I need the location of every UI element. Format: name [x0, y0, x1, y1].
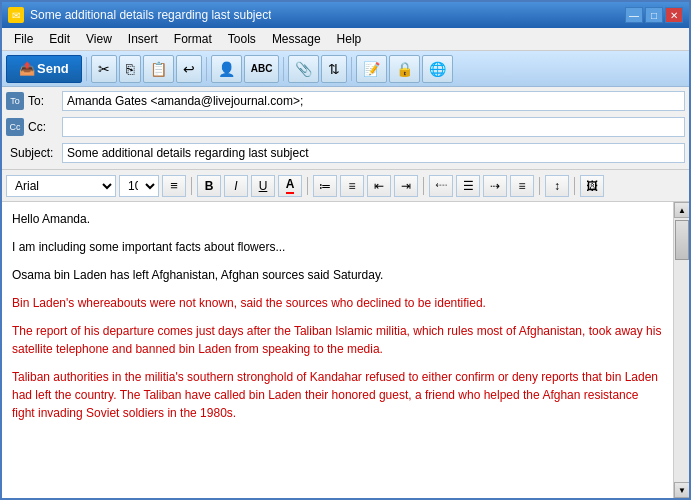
- undo-button[interactable]: ↩: [176, 55, 202, 83]
- format-separator-5: [574, 177, 575, 195]
- priority-button[interactable]: ⇅: [321, 55, 347, 83]
- minimize-button[interactable]: —: [625, 7, 643, 23]
- vertical-scrollbar[interactable]: ▲ ▼: [673, 202, 689, 498]
- body-paragraph-3: Bin Laden's whereabouts were not known, …: [12, 294, 663, 312]
- menu-format[interactable]: Format: [166, 30, 220, 48]
- menu-insert[interactable]: Insert: [120, 30, 166, 48]
- insert-image-button[interactable]: 🖼: [580, 175, 604, 197]
- menu-view[interactable]: View: [78, 30, 120, 48]
- indent-increase-icon: ⇥: [401, 179, 411, 193]
- priority-icon: ⇅: [328, 62, 340, 76]
- scroll-down-button[interactable]: ▼: [674, 482, 689, 498]
- body-paragraph-4: The report of his departure comes just d…: [12, 322, 663, 358]
- window-controls: — □ ✕: [625, 7, 683, 23]
- indent-decrease-icon: ⇤: [374, 179, 384, 193]
- format-separator-3: [423, 177, 424, 195]
- email-body-area: Hello Amanda. I am including some import…: [2, 202, 689, 498]
- encrypt-icon: 🔒: [396, 62, 413, 76]
- cc-icon: Cc: [6, 118, 24, 136]
- font-color-icon: A: [286, 177, 295, 194]
- scroll-thumb[interactable]: [675, 220, 689, 260]
- unordered-list-icon: ≡: [348, 179, 355, 193]
- underline-button[interactable]: U: [251, 175, 275, 197]
- menu-edit[interactable]: Edit: [41, 30, 78, 48]
- ordered-list-button[interactable]: ≔: [313, 175, 337, 197]
- unordered-list-button[interactable]: ≡: [340, 175, 364, 197]
- font-select[interactable]: Arial: [6, 175, 116, 197]
- cc-input[interactable]: [62, 117, 685, 137]
- italic-icon: I: [234, 179, 237, 193]
- offline-icon: 🌐: [429, 62, 446, 76]
- toolbar-separator-4: [351, 57, 352, 81]
- cc-label: Cc:: [28, 120, 46, 134]
- toolbar-separator-3: [283, 57, 284, 81]
- align-left-button[interactable]: ⬸: [429, 175, 453, 197]
- undo-icon: ↩: [183, 62, 195, 76]
- paste-icon: 📋: [150, 62, 167, 76]
- paste-button[interactable]: 📋: [143, 55, 174, 83]
- format-separator-2: [307, 177, 308, 195]
- toolbar-separator-2: [206, 57, 207, 81]
- align-left-icon: ⬸: [435, 179, 447, 193]
- address-icon: 👤: [218, 62, 235, 76]
- sign-button[interactable]: 📝: [356, 55, 387, 83]
- attach-button[interactable]: 📎: [288, 55, 319, 83]
- size-select[interactable]: 10: [119, 175, 159, 197]
- menu-message[interactable]: Message: [264, 30, 329, 48]
- indent-increase-button[interactable]: ⇥: [394, 175, 418, 197]
- font-color-button[interactable]: A: [278, 175, 302, 197]
- cut-icon: ✂: [98, 62, 110, 76]
- align-right-button[interactable]: ⇢: [483, 175, 507, 197]
- maximize-button[interactable]: □: [645, 7, 663, 23]
- line-spacing-button[interactable]: ↕: [545, 175, 569, 197]
- to-label-area: To To:: [6, 92, 62, 110]
- format-separator-4: [539, 177, 540, 195]
- menu-help[interactable]: Help: [329, 30, 370, 48]
- format-separator-1: [191, 177, 192, 195]
- menu-tools[interactable]: Tools: [220, 30, 264, 48]
- body-paragraph-5: Taliban authorities in the militia's sou…: [12, 368, 663, 422]
- attach-icon: 📎: [295, 62, 312, 76]
- copy-button[interactable]: ⎘: [119, 55, 141, 83]
- bold-button[interactable]: B: [197, 175, 221, 197]
- to-row: To To:: [6, 89, 685, 113]
- offline-button[interactable]: 🌐: [422, 55, 453, 83]
- body-paragraph-1: I am including some important facts abou…: [12, 238, 663, 256]
- send-icon: 📤: [19, 61, 35, 76]
- scroll-track[interactable]: [674, 218, 689, 482]
- body-paragraph-hello: Hello Amanda.: [12, 210, 663, 228]
- window-title: Some additional details regarding last s…: [30, 8, 271, 22]
- menu-file[interactable]: File: [6, 30, 41, 48]
- align-center-icon: ☰: [463, 179, 474, 193]
- indent-decrease-button[interactable]: ⇤: [367, 175, 391, 197]
- subject-input[interactable]: [62, 143, 685, 163]
- sign-icon: 📝: [363, 62, 380, 76]
- subject-row: Subject:: [6, 141, 685, 165]
- copy-icon: ⎘: [126, 62, 134, 76]
- to-input[interactable]: [62, 91, 685, 111]
- email-body[interactable]: Hello Amanda. I am including some import…: [2, 202, 673, 498]
- align-center-button[interactable]: ☰: [456, 175, 480, 197]
- align-justify-button[interactable]: ≡: [162, 175, 186, 197]
- subject-label: Subject:: [6, 146, 62, 160]
- align-justify-icon: ≡: [170, 178, 178, 193]
- bold-icon: B: [205, 179, 214, 193]
- spellcheck-button[interactable]: ABC: [244, 55, 280, 83]
- align-right-icon: ⇢: [490, 179, 500, 193]
- cut-button[interactable]: ✂: [91, 55, 117, 83]
- title-bar-left: ✉ Some additional details regarding last…: [8, 7, 271, 23]
- address-button[interactable]: 👤: [211, 55, 242, 83]
- send-button[interactable]: 📤 Send: [6, 55, 82, 83]
- app-icon: ✉: [8, 7, 24, 23]
- scroll-up-button[interactable]: ▲: [674, 202, 689, 218]
- to-label: To:: [28, 94, 44, 108]
- ordered-list-icon: ≔: [319, 179, 331, 193]
- italic-button[interactable]: I: [224, 175, 248, 197]
- cc-row: Cc Cc:: [6, 115, 685, 139]
- insert-image-icon: 🖼: [586, 179, 598, 193]
- title-bar: ✉ Some additional details regarding last…: [2, 2, 689, 28]
- align-block-button[interactable]: ≡: [510, 175, 534, 197]
- spellcheck-icon: ABC: [251, 64, 273, 74]
- encrypt-button[interactable]: 🔒: [389, 55, 420, 83]
- close-button[interactable]: ✕: [665, 7, 683, 23]
